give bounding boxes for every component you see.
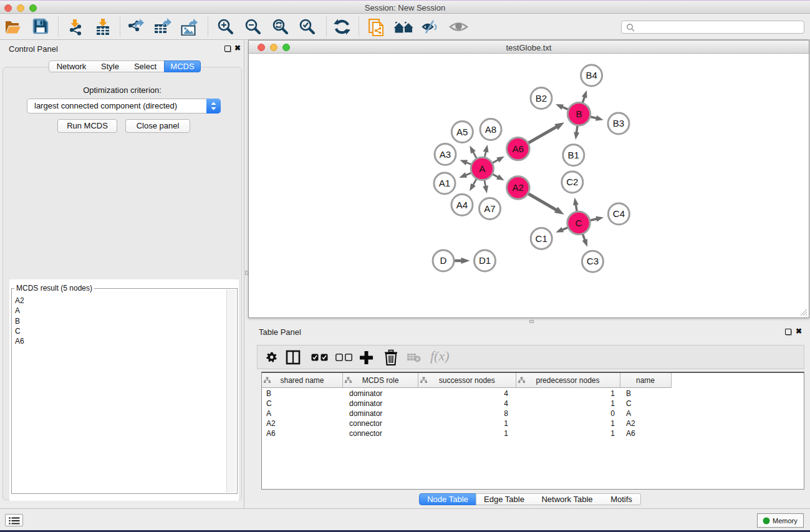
svg-text:A1: A1 — [439, 178, 450, 188]
svg-text:A3: A3 — [440, 149, 451, 160]
svg-text:C4: C4 — [613, 208, 625, 219]
svg-text:C1: C1 — [536, 233, 547, 244]
svg-text:A6: A6 — [513, 143, 524, 154]
svg-text:B4: B4 — [586, 70, 597, 80]
svg-text:C: C — [576, 218, 582, 228]
svg-text:B2: B2 — [536, 93, 547, 104]
svg-text:B1: B1 — [568, 150, 579, 160]
svg-text:A4: A4 — [456, 200, 468, 210]
svg-text:A5: A5 — [456, 127, 468, 137]
svg-text:A2: A2 — [513, 182, 524, 193]
svg-text:D: D — [440, 255, 447, 266]
svg-text:B3: B3 — [613, 118, 624, 128]
svg-text:C2: C2 — [566, 177, 578, 187]
svg-text:D1: D1 — [479, 255, 491, 266]
svg-text:A: A — [479, 163, 485, 174]
svg-text:A7: A7 — [484, 203, 495, 214]
svg-text:C3: C3 — [587, 256, 599, 266]
svg-text:B: B — [576, 109, 582, 119]
svg-text:A8: A8 — [485, 124, 496, 135]
